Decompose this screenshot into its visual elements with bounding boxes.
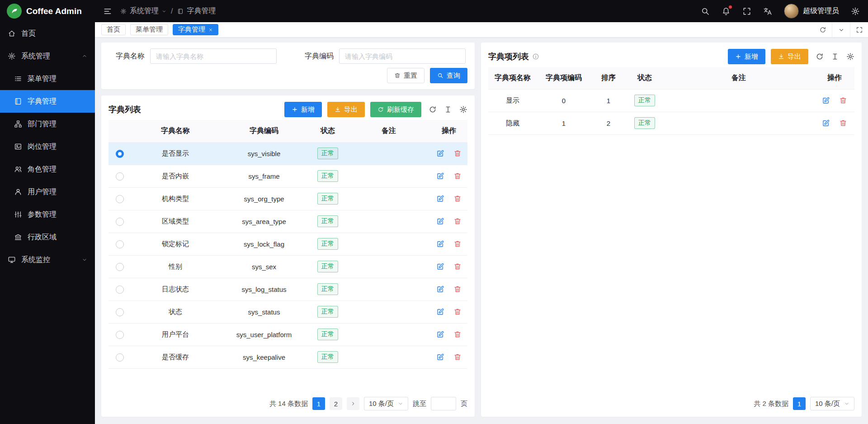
row-radio[interactable] [116,353,124,362]
sidebar-item-dict-mgmt[interactable]: 字典管理 [0,90,95,113]
table-settings-icon[interactable] [459,105,467,114]
delete-icon[interactable] [453,262,462,271]
table-row[interactable]: 是否缓存 sys_keepalive 正常 [108,346,467,368]
density-icon[interactable] [444,105,452,114]
table-row[interactable]: 是否显示 sys_visible 正常 [108,142,467,165]
edit-icon[interactable] [436,240,444,248]
translate-icon[interactable] [763,7,772,16]
content-fullscreen-icon[interactable] [850,22,868,37]
edit-icon[interactable] [822,119,830,127]
page-size-select[interactable]: 10 条/页 [364,397,408,410]
sidebar-item-menu-mgmt[interactable]: 菜单管理 [0,67,95,90]
query-button[interactable]: 查询 [430,68,467,83]
edit-icon[interactable] [436,285,444,293]
app-logo[interactable]: Coffee Admin [0,0,95,22]
edit-icon[interactable] [436,195,444,203]
edit-icon[interactable] [436,217,444,225]
row-radio[interactable] [116,286,124,294]
delete-icon[interactable] [453,285,462,293]
table-row[interactable]: 用户平台 sys_user_platform 正常 [108,323,467,346]
jump-page-input[interactable] [431,397,456,410]
table-row[interactable]: 性别 sys_sex 正常 [108,255,467,278]
page-button-2[interactable]: 2 [330,397,342,410]
user-menu[interactable]: 超级管理员 [784,4,839,19]
tab-home[interactable]: 首页 [101,24,126,35]
delete-icon[interactable] [839,96,847,105]
info-icon[interactable] [532,53,539,60]
settings-gear-icon[interactable] [851,7,860,16]
export-dict-item-button[interactable]: 导出 [771,49,808,64]
sidebar-item-dept-mgmt[interactable]: 部门管理 [0,113,95,135]
refresh-cache-button[interactable]: 刷新缓存 [370,102,421,117]
edit-icon[interactable] [822,96,830,105]
sidebar-item-post-mgmt[interactable]: 岗位管理 [0,135,95,158]
sidebar-group-system[interactable]: 系统管理 [0,45,95,67]
table-row[interactable]: 显示 0 1 正常 [488,89,854,112]
search-icon[interactable] [701,7,710,16]
density-icon[interactable] [831,52,839,61]
delete-icon[interactable] [453,217,462,225]
sidebar-item-role-mgmt[interactable]: 角色管理 [0,158,95,181]
table-settings-icon[interactable] [846,52,854,61]
edit-icon[interactable] [436,149,444,157]
delete-icon[interactable] [453,308,462,316]
row-radio[interactable] [116,240,124,248]
row-radio[interactable] [116,195,124,203]
next-page-button[interactable] [347,397,359,410]
sidebar-item-admin-region[interactable]: 行政区域 [0,226,95,248]
edit-icon[interactable] [436,262,444,271]
breadcrumb-dict-mgmt[interactable]: 字典管理 [177,6,216,16]
edit-icon[interactable] [436,330,444,338]
delete-icon[interactable] [453,195,462,203]
table-row[interactable]: 是否内嵌 sys_frame 正常 [108,165,467,187]
tab-dict-mgmt[interactable]: 字典管理 [173,24,218,35]
sidebar-group-monitor[interactable]: 系统监控 [0,248,95,271]
collapse-sidebar-icon[interactable] [103,7,112,16]
edit-icon[interactable] [436,172,444,180]
row-radio[interactable] [116,308,124,316]
add-dict-item-button[interactable]: 新增 [728,49,765,64]
row-radio[interactable] [116,172,124,181]
reset-button[interactable]: 重置 [387,68,425,83]
edit-icon[interactable] [436,353,444,361]
page-size-select[interactable]: 10 条/页 [810,397,854,410]
dict-code-input[interactable] [339,48,466,64]
delete-icon[interactable] [453,353,462,361]
edit-icon[interactable] [436,308,444,316]
export-dict-button[interactable]: 导出 [327,102,365,117]
breadcrumb-system-mgmt[interactable]: 系统管理 [120,6,166,16]
row-radio[interactable] [116,331,124,339]
notification-bell-icon[interactable] [722,7,731,16]
sidebar-item-home[interactable]: 首页 [0,22,95,45]
tab-options-chevron-icon[interactable] [832,22,850,37]
table-row[interactable]: 隐藏 1 2 正常 [488,112,854,134]
dict-name-input[interactable] [150,48,277,64]
row-radio[interactable] [116,150,124,158]
delete-icon[interactable] [453,149,462,157]
column-header: 备注 [347,120,430,142]
delete-icon[interactable] [453,240,462,248]
fullscreen-icon[interactable] [742,7,751,16]
delete-icon[interactable] [453,172,462,180]
sidebar-item-param-mgmt[interactable]: 参数管理 [0,203,95,226]
table-row[interactable]: 日志状态 sys_log_status 正常 [108,278,467,300]
page-button-1[interactable]: 1 [312,397,325,410]
refresh-page-icon[interactable] [814,22,832,37]
table-row[interactable]: 锁定标记 sys_lock_flag 正常 [108,233,467,255]
delete-icon[interactable] [839,119,847,127]
row-radio[interactable] [116,218,124,226]
table-row[interactable]: 区域类型 sys_area_type 正常 [108,210,467,233]
table-row[interactable]: 机构类型 sys_org_type 正常 [108,187,467,210]
table-row[interactable]: 状态 sys_status 正常 [108,300,467,323]
row-radio[interactable] [116,263,124,271]
reload-table-icon[interactable] [816,52,824,61]
delete-icon[interactable] [453,330,462,338]
close-tab-icon[interactable] [208,28,213,32]
reload-table-icon[interactable] [429,105,437,114]
status-badge: 正常 [634,95,655,106]
tab-menu-mgmt[interactable]: 菜单管理 [130,24,168,35]
avatar[interactable] [784,4,799,19]
page-button-1[interactable]: 1 [793,397,806,410]
sidebar-item-user-mgmt[interactable]: 用户管理 [0,181,95,203]
add-dict-button[interactable]: 新增 [284,102,322,117]
